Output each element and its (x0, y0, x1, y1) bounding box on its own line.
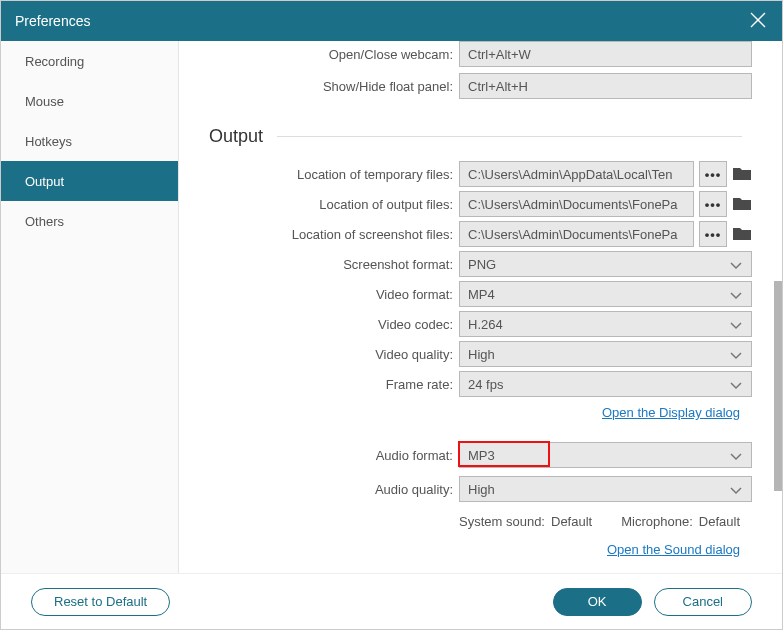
frame-rate-dropdown[interactable]: 24 fps (459, 371, 752, 397)
screenshot-format-dropdown[interactable]: PNG (459, 251, 752, 277)
sidebar-item-label: Mouse (25, 94, 64, 109)
float-panel-hotkey-input[interactable]: Ctrl+Alt+H (459, 73, 752, 99)
folder-icon[interactable] (732, 196, 752, 212)
sidebar-item-label: Others (25, 214, 64, 229)
output-files-input[interactable]: C:\Users\Admin\Documents\FonePa (459, 191, 694, 217)
divider (277, 136, 742, 137)
video-format-label: Video format: (179, 287, 459, 302)
cancel-button[interactable]: Cancel (654, 588, 752, 616)
video-quality-label: Video quality: (179, 347, 459, 362)
sidebar-item-output[interactable]: Output (1, 161, 178, 201)
video-codec-label: Video codec: (179, 317, 459, 332)
video-format-dropdown[interactable]: MP4 (459, 281, 752, 307)
sidebar-item-label: Hotkeys (25, 134, 72, 149)
audio-format-dropdown[interactable]: MP3 (459, 442, 752, 468)
sidebar-item-recording[interactable]: Recording (1, 41, 178, 81)
ok-button[interactable]: OK (553, 588, 642, 616)
webcam-hotkey-input[interactable]: Ctrl+Alt+W (459, 41, 752, 67)
footer: Reset to Default OK Cancel (1, 573, 782, 629)
titlebar: Preferences (1, 1, 782, 41)
folder-icon[interactable] (732, 166, 752, 182)
chevron-down-icon (729, 484, 743, 494)
output-section-title: Output (209, 126, 752, 147)
system-sound-label: System sound: (459, 514, 545, 529)
open-sound-dialog-link[interactable]: Open the Sound dialog (179, 542, 752, 557)
screenshot-format-label: Screenshot format: (179, 257, 459, 272)
sidebar-item-mouse[interactable]: Mouse (1, 81, 178, 121)
folder-icon[interactable] (732, 226, 752, 242)
output-files-browse-button[interactable]: ••• (699, 191, 727, 217)
open-display-dialog-link[interactable]: Open the Display dialog (179, 405, 752, 420)
chevron-down-icon (729, 379, 743, 389)
reset-to-default-button[interactable]: Reset to Default (31, 588, 170, 616)
temp-files-label: Location of temporary files: (179, 167, 459, 182)
audio-quality-dropdown[interactable]: High (459, 476, 752, 502)
chevron-down-icon (729, 349, 743, 359)
chevron-down-icon (729, 289, 743, 299)
preferences-dialog: Preferences Recording Mouse Hotkeys Outp… (0, 0, 783, 630)
audio-format-label: Audio format: (179, 448, 459, 463)
float-panel-hotkey-label: Show/Hide float panel: (179, 79, 459, 94)
sidebar-item-label: Recording (25, 54, 84, 69)
audio-quality-label: Audio quality: (179, 482, 459, 497)
sidebar-item-others[interactable]: Others (1, 201, 178, 241)
screenshot-files-label: Location of screenshot files: (179, 227, 459, 242)
video-quality-dropdown[interactable]: High (459, 341, 752, 367)
dialog-body: Recording Mouse Hotkeys Output Others Op… (1, 41, 782, 573)
sidebar-item-label: Output (25, 174, 64, 189)
temp-files-input[interactable]: C:\Users\Admin\AppData\Local\Ten (459, 161, 694, 187)
sidebar-item-hotkeys[interactable]: Hotkeys (1, 121, 178, 161)
frame-rate-label: Frame rate: (179, 377, 459, 392)
chevron-down-icon (729, 450, 743, 460)
screenshot-files-input[interactable]: C:\Users\Admin\Documents\FonePa (459, 221, 694, 247)
system-sound-value: Default (551, 514, 592, 529)
content-area: Open/Close webcam: Ctrl+Alt+W Show/Hide … (179, 41, 782, 573)
webcam-hotkey-label: Open/Close webcam: (179, 47, 459, 62)
microphone-value: Default (699, 514, 740, 529)
chevron-down-icon (729, 319, 743, 329)
dialog-title: Preferences (15, 13, 90, 29)
scrollbar[interactable] (774, 281, 782, 491)
microphone-label: Microphone: (621, 514, 693, 529)
video-codec-dropdown[interactable]: H.264 (459, 311, 752, 337)
close-icon[interactable] (748, 10, 768, 33)
sidebar: Recording Mouse Hotkeys Output Others (1, 41, 179, 573)
screenshot-files-browse-button[interactable]: ••• (699, 221, 727, 247)
temp-files-browse-button[interactable]: ••• (699, 161, 727, 187)
chevron-down-icon (729, 259, 743, 269)
output-files-label: Location of output files: (179, 197, 459, 212)
